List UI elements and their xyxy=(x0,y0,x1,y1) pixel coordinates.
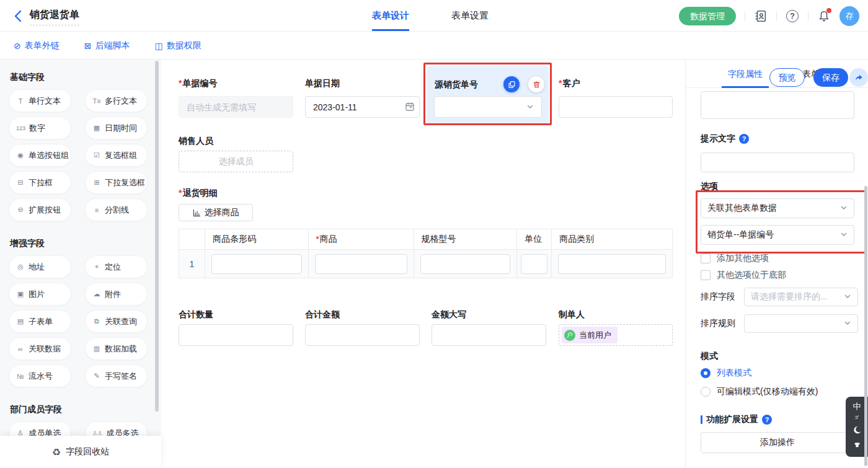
barcode-input[interactable] xyxy=(211,254,302,274)
hint-help-icon[interactable]: ? xyxy=(739,134,749,144)
table-row: 1 xyxy=(179,250,673,278)
subform-icon: ▤ xyxy=(16,317,25,325)
back-icon[interactable] xyxy=(11,9,26,24)
customer-input[interactable] xyxy=(559,96,673,118)
field-pill-address[interactable]: ◎地址 xyxy=(9,255,71,278)
checkbox-other-bottom[interactable]: 其他选项位于底部 xyxy=(701,270,786,281)
current-user-tag: 户 当前用户 xyxy=(562,327,618,343)
field-pill-checkbox-group[interactable]: ☑复选框组 xyxy=(85,144,148,167)
top-header: 销货退货单 表单设计 表单设置 数据管理 ? 存 xyxy=(0,0,868,32)
radio-list-mode[interactable]: 列表模式 xyxy=(701,368,751,379)
col-spec: 规格型号 xyxy=(414,229,518,250)
field-name-input[interactable] xyxy=(701,91,854,119)
tab-form-settings[interactable]: 表单设置 xyxy=(451,0,489,31)
field-pill-serial-number[interactable]: №流水号 xyxy=(9,364,71,387)
help-icon[interactable]: ? xyxy=(786,9,799,23)
field-recycle-bin[interactable]: ♻ 字段回收站 xyxy=(0,436,161,468)
category-input[interactable] xyxy=(558,254,666,274)
sort-field-select[interactable]: 请选择需要排序的... xyxy=(744,288,858,306)
tab-field-properties[interactable]: 字段属性 xyxy=(722,60,769,88)
selected-field-source-order[interactable]: 源销货单号 xyxy=(427,66,549,124)
option-source-select[interactable]: 关联其他表单数据 xyxy=(701,198,854,218)
dark-mode-icon[interactable] xyxy=(852,425,862,436)
table-header-row: 商品条形码 *商品 规格型号 单位 商品类别 xyxy=(179,229,673,250)
field-pill-image[interactable]: ▣图片 xyxy=(9,283,71,306)
hint-text-input[interactable] xyxy=(701,152,854,172)
backend-script-link[interactable]: ⊠ 后端脚本 xyxy=(84,40,130,51)
field-pill-linked-query[interactable]: ⧉关联查询 xyxy=(85,310,148,333)
radio-editable-mode[interactable]: 可编辑模式(仅移动端有效) xyxy=(701,386,818,397)
product-input[interactable] xyxy=(315,254,407,274)
data-manage-button[interactable]: 数据管理 xyxy=(679,7,736,25)
signature-icon: ✎ xyxy=(92,372,101,380)
field-library-sidebar: 基础字段 T单行文本 T≡多行文本 123数字 ▦日期时间 ◉单选按钮组 ☑复选… xyxy=(0,60,161,468)
doc-no-input[interactable] xyxy=(179,96,293,118)
select-product-button[interactable]: 选择商品 xyxy=(179,204,253,221)
save-button[interactable]: 保存 xyxy=(813,68,848,87)
source-order-select[interactable] xyxy=(434,96,542,118)
select-icon: ⊟ xyxy=(16,179,25,187)
data-permission-link[interactable]: ◫ 数据权限 xyxy=(154,40,201,51)
divider xyxy=(776,11,777,21)
sort-rule-select[interactable] xyxy=(744,314,858,333)
language-sub-icon[interactable]: ɔ' xyxy=(855,415,859,420)
field-pill-select[interactable]: ⊟下拉框 xyxy=(9,171,71,194)
field-pill-single-text[interactable]: T单行文本 xyxy=(9,89,71,112)
share-button[interactable] xyxy=(849,68,868,87)
form-external-link[interactable]: ⊘ 表单外链 xyxy=(14,40,60,51)
number-icon: 123 xyxy=(16,125,25,131)
tab-form-design[interactable]: 表单设计 xyxy=(372,0,409,31)
delete-field-icon[interactable] xyxy=(528,76,544,92)
checkbox-add-other-option[interactable]: 添加其他选项 xyxy=(701,253,769,264)
linked-query-icon: ⧉ xyxy=(92,317,101,325)
field-pill-number[interactable]: 123数字 xyxy=(9,117,71,139)
theme-shirt-icon[interactable] xyxy=(852,441,862,451)
field-pill-multi-select[interactable]: ⊞下拉复选框 xyxy=(85,171,148,194)
col-barcode: 商品条形码 xyxy=(205,229,309,250)
options-label: 选项 xyxy=(701,181,718,192)
option-field-select[interactable]: 销货单--单据编号 xyxy=(701,225,854,245)
field-pill-location[interactable]: ⌖定位 xyxy=(85,255,148,278)
ext-help-icon[interactable]: ? xyxy=(762,415,772,425)
add-action-button[interactable]: 添加操作 xyxy=(701,432,854,453)
spec-input[interactable] xyxy=(420,254,511,274)
contact-book-icon[interactable] xyxy=(754,9,768,23)
user-avatar[interactable]: 存 xyxy=(839,6,859,26)
unit-input[interactable] xyxy=(521,254,547,274)
sidebar-scrollbar[interactable] xyxy=(155,61,159,412)
doc-date-input[interactable] xyxy=(305,96,420,118)
salesperson-picker[interactable]: 选择成员 xyxy=(179,151,293,172)
field-pill-multi-text[interactable]: T≡多行文本 xyxy=(85,89,148,112)
recycle-icon: ♻ xyxy=(52,446,61,458)
page-title[interactable]: 销货退货单 xyxy=(30,9,79,25)
col-unit: 单位 xyxy=(517,229,552,250)
field-pill-subform[interactable]: ▤子表单 xyxy=(9,310,71,333)
amount-words-input[interactable] xyxy=(432,324,546,346)
field-pill-radio-group[interactable]: ◉单选按钮组 xyxy=(9,144,71,167)
ext-settings-header: 功能扩展设置 ? xyxy=(701,414,772,425)
field-pill-extend-button[interactable]: ⊖扩展按钮 xyxy=(9,198,71,221)
preview-button[interactable]: 预览 xyxy=(769,68,805,87)
bar-chart-icon xyxy=(193,209,201,217)
language-zh-icon[interactable]: 中 xyxy=(853,402,861,410)
header-actions: 数据管理 ? 存 xyxy=(679,0,859,32)
field-pill-data-load[interactable]: ▥数据加载 xyxy=(85,337,148,360)
chevron-down-icon xyxy=(844,292,851,302)
creator-picker[interactable]: 户 当前用户 xyxy=(559,324,673,346)
form-canvas: *单据编号 单据日期 源销货单号 *客户 销售人员 选择成员 *退货明 xyxy=(161,60,685,468)
field-pill-linked-data[interactable]: ∞关联数据 xyxy=(9,337,71,360)
field-pill-divider[interactable]: ≡分割线 xyxy=(85,198,148,221)
copy-field-icon[interactable] xyxy=(503,76,520,92)
section-accent-bar xyxy=(701,415,702,424)
panel-scrollbar[interactable] xyxy=(864,186,867,466)
total-qty-input[interactable] xyxy=(179,324,293,346)
total-amount-input[interactable] xyxy=(305,324,420,346)
field-pill-attachment[interactable]: ☁附件 xyxy=(85,283,148,306)
notification-dot xyxy=(826,8,831,13)
salesperson-label: 销售人员 xyxy=(179,136,213,147)
field-pill-datetime[interactable]: ▦日期时间 xyxy=(85,117,148,139)
notification-bell-icon[interactable] xyxy=(817,9,831,23)
calendar-icon[interactable] xyxy=(405,102,415,114)
field-pill-signature[interactable]: ✎手写签名 xyxy=(85,364,148,387)
datetime-icon: ▦ xyxy=(92,124,101,132)
